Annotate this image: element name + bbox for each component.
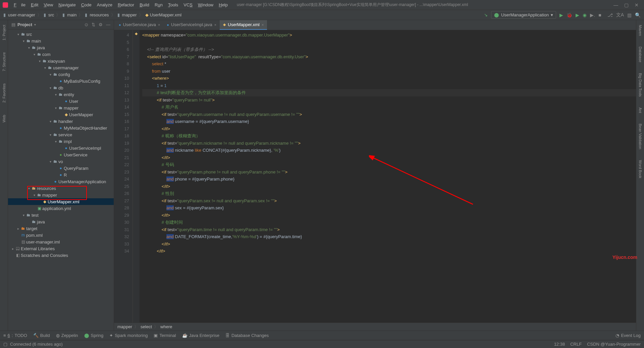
code-editor[interactable]: 4567891011121314151617181920212223242526… [114, 30, 636, 323]
breadcrumb-main[interactable]: main [67, 12, 76, 17]
debug-button[interactable]: 🐞 [567, 12, 572, 18]
git-button[interactable]: ⎇ [607, 12, 613, 18]
close-button[interactable]: ✕ [635, 2, 639, 8]
tree-item-target[interactable]: ▸🖿target [8, 225, 114, 232]
menu-vcs[interactable]: VCS [181, 1, 195, 9]
tree-item-config[interactable]: ▾🖿config [8, 71, 114, 78]
stop-button[interactable]: ■ [598, 12, 601, 18]
tree-item-scratches-and-consoles[interactable]: ◧Scratches and Consoles [8, 252, 114, 259]
breadcrumb-file[interactable]: UserMapper.xml [150, 12, 182, 17]
code-content[interactable]: <mapper namespace="com.xiaoyuan.usermana… [140, 30, 636, 323]
tree-item-usermapper[interactable]: ◆UserMapper [8, 111, 114, 118]
dropdown-icon[interactable]: ▾ [34, 23, 36, 26]
hide-icon[interactable]: — [106, 22, 110, 27]
tool-bigdata[interactable]: Big Data Tools [638, 71, 643, 99]
breadcrumb-src[interactable]: src [48, 12, 54, 17]
tool-javaee[interactable]: ☕ Java Enterprise [182, 333, 219, 338]
tool-build[interactable]: 🔨 Build [33, 333, 50, 338]
tree-item-external-libraries[interactable]: ▸🕮External Libraries [8, 245, 114, 252]
run-configuration-selector[interactable]: ⬤ UserManagerApplication ▾ [491, 11, 556, 19]
locate-icon[interactable]: ⊙ [85, 22, 88, 27]
tree-item-src[interactable]: ▾🖿src [8, 31, 114, 38]
tool-beanvalidation[interactable]: Bean Validation [638, 122, 643, 151]
menu-file[interactable]: File [11, 1, 28, 9]
tree-item-userservice[interactable]: ●UserService [8, 151, 114, 158]
tool-dbchanges[interactable]: 🗄 Database Changes [225, 333, 269, 338]
trail-where[interactable]: where [160, 324, 172, 329]
tree-item-entity[interactable]: ▾🖿entity [8, 91, 114, 98]
tool-todo[interactable]: ≡ 6: TODO [3, 333, 27, 338]
tree-item-mybatisplusconfig[interactable]: ●MyBatisPlusConfig [8, 78, 114, 84]
tree-item-com[interactable]: ▾🖿com [8, 51, 114, 58]
tree-item-xiaoyuan[interactable]: ▾🖿xiaoyuan [8, 58, 114, 64]
tool-database[interactable]: Database [638, 45, 643, 64]
menu-code[interactable]: Code [79, 1, 94, 9]
tree-item-mapper[interactable]: ▾🖿mapper [8, 192, 114, 198]
menu-build[interactable]: Build [137, 1, 152, 9]
tool-terminal[interactable]: ▣ Terminal [154, 333, 176, 338]
tree-item-resources[interactable]: ▾🖿resources [8, 185, 114, 192]
tree-item-java[interactable]: ▾🖿java [8, 44, 114, 51]
editor-tab-userserviceimpl-java[interactable]: ●UserServiceImpl.java× [163, 20, 220, 30]
menu-navigate[interactable]: Navigate [56, 1, 78, 9]
tool-spring[interactable]: ⬤ Spring [84, 333, 104, 338]
menu-analyze[interactable]: Analyze [95, 1, 115, 9]
tool-structure[interactable]: 7: Structure [1, 50, 7, 73]
tool-maven[interactable]: Maven [638, 23, 643, 38]
tool-project[interactable]: 1: Project [1, 23, 7, 42]
menu-help[interactable]: Help [216, 1, 230, 9]
build-hammer-icon[interactable]: ↘ [484, 12, 488, 17]
breadcrumb-resources[interactable]: resources [90, 12, 109, 17]
tree-item-application-yml[interactable]: ▣application.yml [8, 205, 114, 212]
menu-tools[interactable]: Tools [166, 1, 180, 9]
menu-view[interactable]: View [41, 1, 55, 9]
breadcrumb-mapper[interactable]: mapper [122, 12, 137, 17]
minimize-button[interactable]: — [613, 2, 618, 8]
coverage-button[interactable]: ▶ [576, 12, 579, 18]
settings-icon[interactable]: ⚙ [99, 22, 103, 27]
tree-item-java[interactable]: 🖿java [8, 218, 114, 225]
status-lineending[interactable]: CRLF [570, 342, 582, 347]
trail-select[interactable]: select [141, 324, 152, 329]
editor-tab-usermapper-xml[interactable]: ◆UserMapper.xml× [220, 20, 267, 30]
editor-tab-userservice-java[interactable]: ●UserService.java× [115, 20, 163, 30]
tree-item-mymetaobjecthandler[interactable]: ●MyMetaObjectHandler [8, 125, 114, 131]
tree-item-pom-xml[interactable]: mpom.xml [8, 232, 114, 238]
tool-zeppelin[interactable]: ◍ Zeppelin [56, 333, 78, 338]
attach-button[interactable]: ▶. [590, 12, 595, 18]
trail-mapper[interactable]: mapper [117, 324, 132, 329]
menu-edit[interactable]: Edit [29, 1, 41, 9]
settings-button[interactable]: ▥ [627, 12, 632, 18]
maximize-button[interactable]: ▢ [624, 2, 629, 8]
tree-item-handler[interactable]: ▾🖿handler [8, 118, 114, 125]
tree-item-vo[interactable]: ▾🖿vo [8, 158, 114, 165]
search-everywhere-button[interactable]: 🔍 [635, 12, 641, 18]
menu-window[interactable]: Window [196, 1, 216, 9]
tree-item-impl[interactable]: ▾🖿impl [8, 138, 114, 145]
project-tree[interactable]: ▾🖿src▾🖿main▾🖿java▾🖿com▾🖿xiaoyuan▾🖿userma… [8, 29, 114, 331]
tree-item-userserviceimpl[interactable]: ●UserServiceImpl [8, 145, 114, 151]
tree-item-user-manager-iml[interactable]: ▤user-manager.iml [8, 238, 114, 245]
profile-button[interactable]: ◉ [583, 12, 587, 18]
tool-spark[interactable]: ✦ Spark monitoring [109, 333, 148, 338]
event-log[interactable]: ◔ Event Log [615, 333, 641, 338]
breadcrumb-root[interactable]: user-manager [8, 12, 35, 17]
status-icon[interactable]: ▢ [3, 342, 7, 347]
tool-favorites[interactable]: 2: Favorites [1, 81, 7, 105]
tree-item-r[interactable]: ●R [8, 171, 114, 178]
tree-item-main[interactable]: ▾🖿main [8, 38, 114, 44]
menu-refactor[interactable]: Refactor [115, 1, 137, 9]
expand-icon[interactable]: ⇅ [92, 22, 95, 27]
tool-web[interactable]: Web [1, 113, 7, 124]
tree-item-usermapper-xml[interactable]: ◆UserMapper.xml [8, 198, 114, 205]
tree-item-service[interactable]: ▾🖿service [8, 131, 114, 138]
tree-item-user[interactable]: ●User [8, 98, 114, 105]
menu-run[interactable]: Run [152, 1, 165, 9]
tree-item-usermanager[interactable]: ▾🖿usermanager [8, 64, 114, 71]
panel-title[interactable]: Project [17, 22, 32, 27]
translate-button[interactable]: 文A [616, 12, 624, 18]
tree-item-test[interactable]: ▾🖿test [8, 212, 114, 218]
tree-item-queryparam[interactable]: ●QueryParam [8, 165, 114, 171]
run-button[interactable]: ▶ [559, 12, 563, 18]
tree-item-usermanagerapplication[interactable]: ●UserManagerApplication [8, 178, 114, 185]
